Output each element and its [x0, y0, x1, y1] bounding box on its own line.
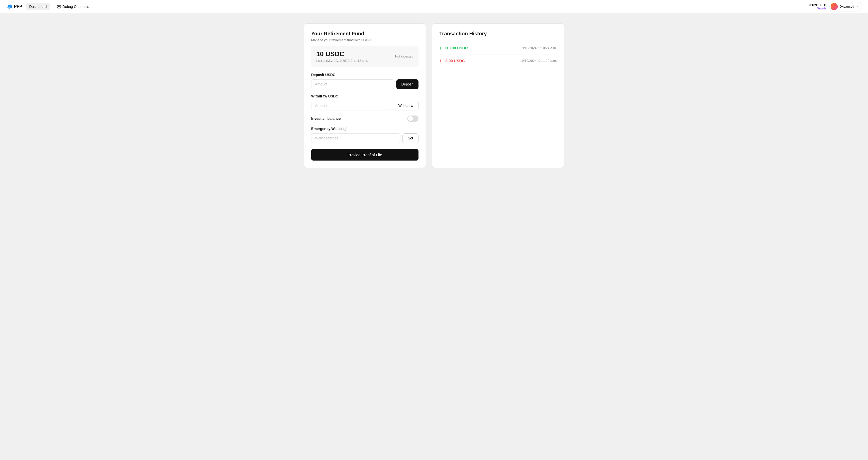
fund-subtitle: Manage your retirement fund with USDC	[311, 38, 418, 42]
tx-amount-2: -3.00 USDC	[444, 59, 465, 63]
tx-item-1: ↑ +13.00 USDC 19/10/2024, 9:10:24 a.m.	[439, 42, 557, 54]
gear-icon	[57, 5, 61, 9]
main-content: Your Retirement Fund Manage your retirem…	[281, 13, 587, 178]
wallet-address-input[interactable]	[311, 133, 400, 143]
last-activity: Last activity: 19/10/2024, 9:11:12 a.m.	[316, 59, 368, 63]
emergency-wallet-section: Emergency Wallet i Set	[311, 127, 418, 143]
set-wallet-button[interactable]: Set	[402, 133, 418, 143]
balance-info: 10 USDC Last activity: 19/10/2024, 9:11:…	[316, 50, 368, 63]
dashboard-nav-button[interactable]: Dashboard	[26, 3, 50, 10]
balance-box: 10 USDC Last activity: 19/10/2024, 9:11:…	[311, 46, 418, 67]
logo-emoji: 🧢	[6, 4, 12, 10]
debug-contracts-nav-button[interactable]: Debug Contracts	[54, 3, 92, 10]
tx-down-arrow-icon-2: ↓	[439, 58, 442, 63]
svg-point-0	[59, 6, 60, 7]
chevron-down-icon: ▾	[857, 5, 859, 8]
withdraw-label: Withdraw USDC	[311, 94, 418, 98]
withdraw-section: Withdraw USDC Withdraw	[311, 94, 418, 110]
tx-left-2: ↓ -3.00 USDC	[439, 58, 465, 63]
emergency-wallet-header: Emergency Wallet i	[311, 127, 418, 131]
emergency-wallet-label: Emergency Wallet	[311, 127, 342, 131]
tx-left-1: ↑ +13.00 USDC	[439, 45, 468, 51]
tx-up-arrow-icon-1: ↑	[439, 45, 442, 51]
withdraw-amount-input[interactable]	[311, 101, 391, 110]
nav-right-section: 0.1391 ETH Sepolia 0xpam.eth ▾	[809, 2, 862, 11]
withdraw-input-row: Withdraw	[311, 101, 418, 110]
investment-status: Not invested	[395, 54, 413, 58]
account-name: 0xpam.eth	[840, 5, 855, 8]
avatar	[831, 3, 838, 10]
dashboard-label: Dashboard	[29, 5, 47, 9]
tx-item-2: ↓ -3.00 USDC 19/10/2024, 9:11:12 a.m.	[439, 54, 557, 67]
eth-info: 0.1391 ETH Sepolia	[809, 3, 826, 10]
proof-of-life-button[interactable]: Provide Proof of Life	[311, 149, 418, 161]
balance-amount: 10 USDC	[316, 50, 368, 58]
deposit-amount-input[interactable]	[311, 79, 394, 89]
deposit-input-row: Deposit	[311, 79, 418, 89]
logo-text: PPP	[14, 4, 22, 9]
deposit-label: Deposit USDC	[311, 73, 418, 77]
deposit-section: Deposit USDC Deposit	[311, 73, 418, 89]
tx-date-2: 19/10/2024, 9:11:12 a.m.	[520, 59, 557, 63]
withdraw-button[interactable]: Withdraw	[393, 101, 418, 110]
account-button[interactable]: 0xpam.eth ▾	[829, 2, 862, 11]
invest-label: Invest all balance	[311, 117, 341, 121]
tx-date-1: 19/10/2024, 9:10:24 a.m.	[520, 46, 557, 50]
emergency-wallet-input-row: Set	[311, 133, 418, 143]
invest-toggle-row: Invest all balance	[311, 116, 418, 122]
retirement-fund-card: Your Retirement Fund Manage your retirem…	[304, 23, 426, 168]
tx-list: ↑ +13.00 USDC 19/10/2024, 9:10:24 a.m. ↓…	[439, 42, 557, 67]
transaction-history-card: Transaction History ↑ +13.00 USDC 19/10/…	[432, 23, 564, 168]
info-icon[interactable]: i	[343, 127, 347, 131]
tx-history-title: Transaction History	[439, 31, 557, 37]
debug-contracts-label: Debug Contracts	[63, 5, 89, 9]
app-logo: 🧢 PPP	[6, 4, 22, 10]
navbar: 🧢 PPP Dashboard Debug Contracts 0.1391 E…	[0, 0, 868, 13]
fund-title: Your Retirement Fund	[311, 31, 418, 37]
invest-toggle[interactable]	[407, 116, 418, 122]
eth-amount: 0.1391 ETH	[809, 3, 826, 7]
deposit-button[interactable]: Deposit	[396, 79, 418, 89]
tx-amount-1: +13.00 USDC	[444, 46, 468, 50]
network-label: Sepolia	[809, 7, 826, 10]
